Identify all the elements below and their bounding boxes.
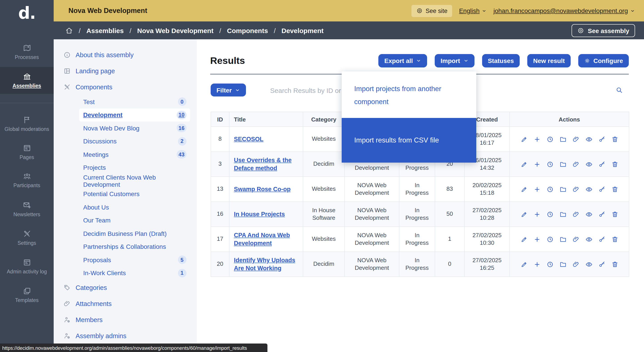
permissions-key-icon[interactable] (598, 211, 605, 218)
dropdown-item-import-results-from-csv-file[interactable]: Import results from CSV file (342, 118, 476, 163)
result-title-link[interactable]: CPA And Nova Web Development (234, 232, 290, 246)
preview-eye-icon[interactable] (585, 185, 592, 193)
project-folder-icon[interactable] (559, 185, 566, 193)
component-item-partnerships-collaborations[interactable]: Partnerships & Collaborations (79, 240, 190, 253)
home-icon[interactable] (65, 26, 73, 34)
preview-eye-icon[interactable] (585, 136, 592, 143)
delete-trash-icon[interactable] (611, 236, 618, 243)
platform-logo[interactable]: d. (0, 3, 54, 23)
sidebar-item-processes[interactable]: Processes (0, 38, 54, 65)
filter-button[interactable]: Filter (211, 84, 246, 96)
result-title-link[interactable]: Use Overrides & the Deface method (234, 157, 292, 171)
attachment-paperclip-icon[interactable] (572, 211, 580, 218)
attachment-paperclip-icon[interactable] (572, 185, 580, 193)
assembly-nav-members[interactable]: Members (54, 312, 197, 328)
component-item-decidim-business-plan-draft-[interactable]: Decidim Business Plan (Draft) (79, 227, 190, 240)
search-icon[interactable] (616, 86, 623, 94)
component-item-development[interactable]: Development10 (79, 108, 190, 122)
see-site-button[interactable]: See site (411, 5, 452, 17)
edit-pencil-icon[interactable] (520, 261, 528, 268)
history-clock-icon[interactable] (546, 211, 554, 218)
project-folder-icon[interactable] (559, 261, 566, 268)
project-folder-icon[interactable] (559, 136, 566, 143)
preview-eye-icon[interactable] (585, 161, 592, 168)
permissions-key-icon[interactable] (598, 161, 605, 168)
sidebar-item-global-moderations[interactable]: Global moderations (0, 110, 54, 137)
assembly-nav-categories[interactable]: Categories (54, 280, 197, 296)
result-title-link[interactable]: In House Projects (234, 211, 285, 217)
attachment-paperclip-icon[interactable] (572, 236, 580, 243)
sidebar-item-participants[interactable]: Participants (0, 167, 54, 193)
component-item-discussions[interactable]: Discussions2 (79, 135, 190, 148)
permissions-key-icon[interactable] (598, 236, 605, 243)
permissions-key-icon[interactable] (598, 261, 605, 268)
breadcrumb-item[interactable]: Components (227, 26, 268, 34)
statuses-button[interactable]: Statuses (482, 54, 520, 67)
sidebar-item-settings[interactable]: Settings (0, 224, 54, 251)
result-title-link[interactable]: Identify Why Uploads Are Not Working (234, 257, 296, 271)
add-plus-icon[interactable] (533, 136, 540, 143)
delete-trash-icon[interactable] (611, 161, 618, 168)
preview-eye-icon[interactable] (585, 261, 592, 268)
component-item-meetings[interactable]: Meetings43 (79, 148, 190, 161)
component-item-potential-customers[interactable]: Potential Customers (79, 187, 190, 200)
dropdown-item-import-projects-from-another-component[interactable]: Import projects from another component (342, 71, 476, 118)
attachment-paperclip-icon[interactable] (572, 261, 580, 268)
language-selector[interactable]: English (459, 7, 487, 14)
history-clock-icon[interactable] (546, 185, 554, 193)
assembly-nav-components[interactable]: Components (54, 79, 197, 95)
sidebar-item-pages[interactable]: Pages (0, 139, 54, 165)
import-button[interactable]: Import (435, 54, 474, 67)
breadcrumb-item[interactable]: Nova Web Development (137, 26, 213, 34)
preview-eye-icon[interactable] (585, 211, 592, 218)
edit-pencil-icon[interactable] (520, 161, 528, 168)
breadcrumb-item[interactable]: Assemblies (86, 26, 124, 34)
assembly-nav-assembly-admins[interactable]: Assembly admins (54, 328, 197, 344)
project-folder-icon[interactable] (559, 236, 566, 243)
component-item-about-us[interactable]: About Us (79, 200, 190, 214)
add-plus-icon[interactable] (533, 211, 540, 218)
delete-trash-icon[interactable] (611, 136, 618, 143)
add-plus-icon[interactable] (533, 161, 540, 168)
history-clock-icon[interactable] (546, 236, 554, 243)
preview-eye-icon[interactable] (585, 236, 592, 243)
component-item-in-work-clients[interactable]: In-Work Clients1 (79, 266, 190, 280)
sidebar-item-assemblies[interactable]: Assemblies (0, 67, 54, 94)
result-title-link[interactable]: Swamp Rose Co-op (234, 185, 291, 192)
result-title-link[interactable]: SECOSOL (234, 136, 264, 142)
assembly-nav-landing-page[interactable]: Landing page (54, 63, 197, 79)
history-clock-icon[interactable] (546, 136, 554, 143)
permissions-key-icon[interactable] (598, 185, 605, 193)
add-plus-icon[interactable] (533, 185, 540, 193)
configure-button[interactable]: Configure (578, 54, 629, 67)
component-item-nova-web-dev-blog[interactable]: Nova Web Dev Blog16 (79, 122, 190, 135)
edit-pencil-icon[interactable] (520, 136, 528, 143)
delete-trash-icon[interactable] (611, 185, 618, 193)
add-plus-icon[interactable] (533, 236, 540, 243)
export-all-button[interactable]: Export all (378, 54, 427, 67)
history-clock-icon[interactable] (546, 161, 554, 168)
edit-pencil-icon[interactable] (520, 185, 528, 193)
sidebar-item-templates[interactable]: Templates (0, 281, 54, 308)
breadcrumb-item[interactable]: Development (282, 26, 324, 34)
component-item-test[interactable]: Test0 (79, 95, 190, 108)
permissions-key-icon[interactable] (598, 136, 605, 143)
project-folder-icon[interactable] (559, 211, 566, 218)
sidebar-item-admin-activity-log[interactable]: Admin activity log (0, 253, 54, 280)
assembly-nav-about-this-assembly[interactable]: About this assembly (54, 47, 197, 63)
delete-trash-icon[interactable] (611, 211, 618, 218)
add-plus-icon[interactable] (533, 261, 540, 268)
project-folder-icon[interactable] (559, 161, 566, 168)
component-item-projects[interactable]: Projects (79, 161, 190, 174)
assembly-nav-attachments[interactable]: Attachments (54, 296, 197, 312)
attachment-paperclip-icon[interactable] (572, 136, 580, 143)
edit-pencil-icon[interactable] (520, 236, 528, 243)
sidebar-item-newsletters[interactable]: Newsletters (0, 196, 54, 222)
attachment-paperclip-icon[interactable] (572, 161, 580, 168)
user-menu[interactable]: johan.francocampos@novawebdevelopment.or… (494, 7, 635, 14)
new-result-button[interactable]: New result (527, 54, 571, 67)
component-item-proposals[interactable]: Proposals5 (79, 253, 190, 266)
see-assembly-button[interactable]: See assembly (572, 24, 635, 37)
component-item-current-clients-nova-web-development[interactable]: Current Clients Nova Web Development (79, 174, 190, 187)
history-clock-icon[interactable] (546, 261, 554, 268)
